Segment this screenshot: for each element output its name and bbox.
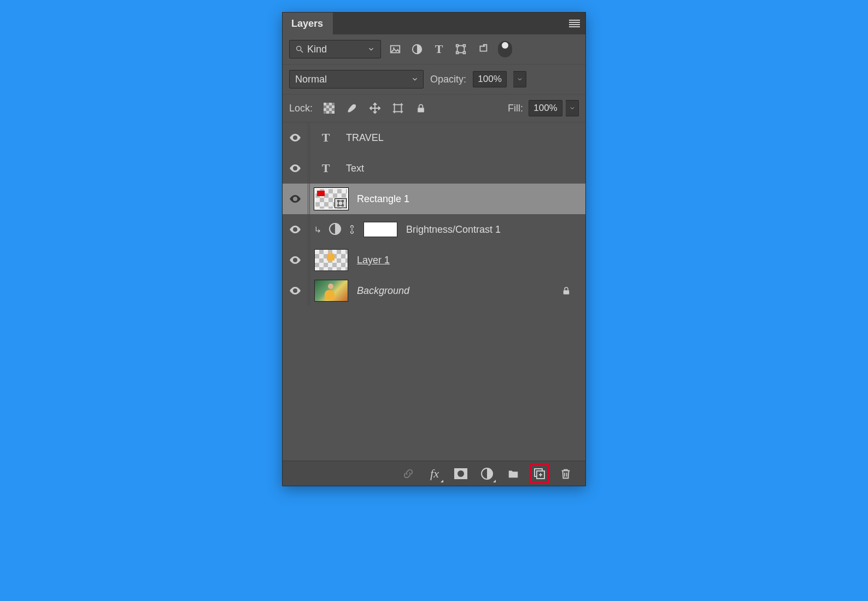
chevron-down-icon — [411, 75, 419, 83]
svg-rect-38 — [342, 205, 343, 206]
visibility-toggle[interactable] — [283, 223, 308, 236]
svg-rect-14 — [332, 105, 335, 108]
svg-rect-6 — [456, 45, 459, 47]
search-icon — [295, 45, 304, 54]
fill-dropdown[interactable] — [566, 100, 579, 116]
fill-input[interactable]: 100% — [529, 100, 562, 116]
filter-smartobject-icon[interactable] — [475, 42, 490, 57]
visibility-toggle[interactable] — [283, 254, 308, 267]
panel-tabbar: Layers — [283, 13, 585, 34]
layer-name[interactable]: TRAVEL — [341, 132, 384, 144]
svg-point-43 — [294, 290, 296, 292]
svg-rect-44 — [564, 290, 570, 294]
hamburger-icon — [569, 20, 580, 27]
delete-layer-button[interactable] — [556, 464, 576, 484]
layer-row[interactable]: T Text — [283, 153, 585, 184]
svg-rect-21 — [395, 105, 402, 112]
tab-layers[interactable]: Layers — [283, 13, 333, 34]
filter-pixel-icon[interactable] — [388, 42, 403, 57]
adjustment-layer-icon — [329, 222, 343, 237]
layer-row[interactable]: Layer 1 — [283, 245, 585, 275]
filter-kind-label: Kind — [307, 44, 327, 55]
svg-rect-35 — [338, 201, 339, 202]
visibility-toggle[interactable] — [283, 284, 308, 297]
layer-lock-icon[interactable] — [561, 286, 571, 296]
panel-bottom-bar: fx — [283, 461, 585, 486]
svg-rect-12 — [329, 103, 332, 105]
visibility-toggle[interactable] — [283, 192, 308, 205]
svg-rect-9 — [464, 52, 466, 54]
add-mask-button[interactable] — [451, 464, 471, 484]
toggle-knob-icon — [502, 42, 508, 49]
svg-rect-8 — [456, 52, 459, 54]
chevron-down-icon — [367, 45, 375, 53]
filter-toggle[interactable] — [498, 41, 512, 57]
layer-name[interactable]: Layer 1 — [351, 255, 390, 266]
svg-rect-16 — [329, 108, 332, 111]
svg-rect-13 — [326, 105, 329, 108]
text-layer-icon: T — [314, 161, 337, 175]
layer-row[interactable]: T TRAVEL — [283, 122, 585, 153]
lock-transparency-icon[interactable] — [321, 101, 337, 116]
link-mask-icon[interactable] — [348, 223, 356, 236]
layer-thumbnail[interactable] — [314, 249, 348, 271]
svg-point-0 — [297, 46, 301, 51]
visibility-toggle[interactable] — [283, 162, 308, 175]
lock-all-icon[interactable] — [413, 101, 429, 116]
layers-list: T TRAVEL T Text — [283, 122, 585, 461]
svg-rect-37 — [338, 205, 339, 206]
blend-mode-select[interactable]: Normal — [289, 70, 424, 89]
visibility-toggle[interactable] — [283, 131, 308, 144]
fill-label: Fill: — [508, 103, 523, 114]
panel-menu-button[interactable] — [564, 13, 585, 34]
svg-rect-30 — [418, 108, 424, 112]
blend-mode-value: Normal — [295, 74, 327, 85]
layer-name[interactable]: Text — [341, 163, 364, 174]
svg-rect-17 — [326, 111, 329, 114]
svg-point-31 — [294, 137, 296, 139]
svg-rect-7 — [464, 45, 466, 47]
layers-panel: Layers Kind T — [282, 12, 586, 486]
layer-row[interactable]: Background — [283, 275, 585, 306]
shape-layer-thumbnail[interactable] — [314, 188, 348, 210]
svg-rect-11 — [324, 103, 326, 105]
svg-point-46 — [458, 470, 464, 477]
svg-point-39 — [294, 228, 296, 231]
filter-shape-icon[interactable] — [453, 42, 468, 57]
layer-name[interactable]: Rectangle 1 — [351, 193, 409, 205]
layer-name[interactable]: Brightness/Contrast 1 — [401, 224, 501, 235]
svg-rect-15 — [324, 108, 326, 111]
filter-text-icon[interactable]: T — [431, 42, 447, 57]
text-layer-icon: T — [314, 131, 337, 145]
svg-rect-18 — [332, 111, 335, 114]
svg-point-32 — [294, 167, 296, 169]
layer-row[interactable]: Brightness/Contrast 1 — [283, 214, 585, 245]
lock-artboard-icon[interactable] — [390, 101, 406, 116]
new-group-button[interactable] — [503, 464, 523, 484]
blend-opacity-row: Normal Opacity: 100% — [283, 64, 585, 95]
opacity-dropdown[interactable] — [513, 71, 526, 87]
filter-adjustment-icon[interactable] — [409, 42, 425, 57]
layer-name[interactable]: Background — [351, 285, 409, 297]
layer-row[interactable]: Rectangle 1 — [283, 184, 585, 214]
layer-mask-thumbnail[interactable] — [363, 222, 397, 237]
svg-line-1 — [301, 50, 303, 52]
lock-label: Lock: — [289, 103, 313, 114]
link-layers-button — [398, 464, 418, 484]
shape-badge-icon — [335, 198, 347, 208]
new-layer-button[interactable] — [530, 464, 549, 484]
new-adjustment-button[interactable] — [477, 464, 497, 484]
opacity-label: Opacity: — [430, 74, 466, 85]
lock-paint-icon[interactable] — [344, 101, 360, 116]
filter-kind-select[interactable]: Kind — [289, 40, 381, 58]
clipping-mask-icon — [313, 224, 322, 235]
layer-thumbnail[interactable] — [314, 280, 348, 302]
filter-row: Kind T — [283, 34, 585, 64]
opacity-input[interactable]: 100% — [473, 71, 507, 87]
svg-rect-36 — [342, 201, 343, 202]
svg-point-33 — [294, 198, 296, 200]
layer-style-button[interactable]: fx — [425, 464, 444, 484]
svg-point-42 — [294, 259, 296, 261]
lock-fill-row: Lock: Fill: 100% — [283, 95, 585, 122]
lock-position-icon[interactable] — [367, 101, 383, 116]
